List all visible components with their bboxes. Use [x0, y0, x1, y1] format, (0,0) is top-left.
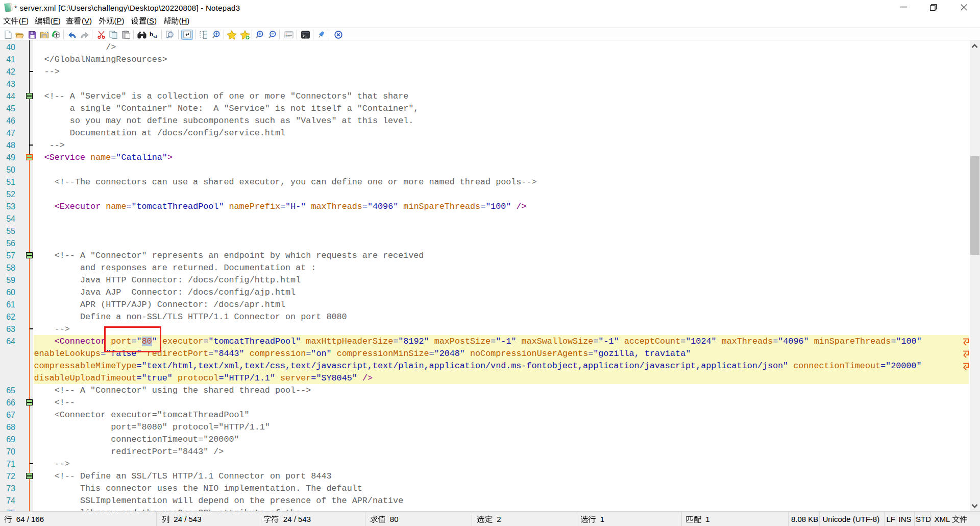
svg-text:a: a — [154, 32, 157, 39]
svg-text:b: b — [150, 31, 153, 38]
